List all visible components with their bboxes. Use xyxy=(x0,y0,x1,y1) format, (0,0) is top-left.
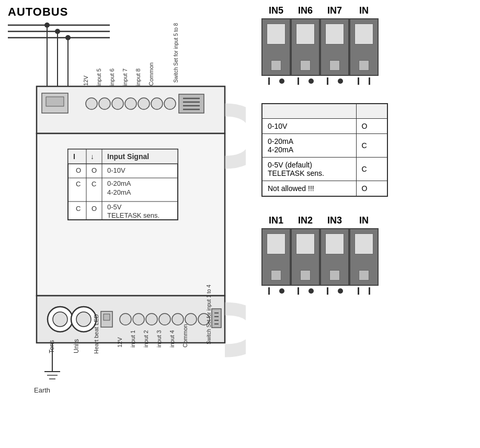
in7-slider-top xyxy=(325,24,344,44)
in2-dot xyxy=(308,288,314,294)
in8-pin-right xyxy=(369,77,370,85)
in5-slider-top xyxy=(267,24,285,44)
config-value-1: C xyxy=(356,133,387,157)
svg-text:res.: res. xyxy=(105,93,111,98)
top-switches-section: IN5 IN6 xyxy=(261,5,475,85)
config-value-2: C xyxy=(356,157,387,181)
in1-label: IN1 xyxy=(269,215,283,226)
svg-text:C: C xyxy=(92,180,96,188)
bottom-switches-section: IN1 IN2 xyxy=(261,215,475,295)
svg-text:input 7: input 7 xyxy=(122,69,128,86)
svg-text:Input Signal: Input Signal xyxy=(107,152,149,161)
in4-label: IN xyxy=(359,215,369,226)
autobus-label: AUTOBUS xyxy=(8,5,256,19)
in5-pins xyxy=(268,77,284,85)
svg-rect-12 xyxy=(37,86,225,133)
config-row-0: 0-10V O xyxy=(262,118,387,133)
svg-point-4 xyxy=(55,29,60,34)
switch-in6: IN6 xyxy=(291,5,320,85)
svg-point-62 xyxy=(198,313,210,325)
in1-slider-top xyxy=(267,233,285,254)
in4-slider-small xyxy=(359,270,369,281)
in3-pins xyxy=(327,287,343,295)
in2-slider-small xyxy=(300,270,311,281)
in1-pin-left xyxy=(268,287,270,295)
svg-text:0-10V: 0-10V xyxy=(107,166,125,174)
config-value-3: O xyxy=(356,181,387,196)
config-row-1: 0-20mA4-20mA C xyxy=(262,133,387,157)
svg-rect-63 xyxy=(212,309,221,328)
config-signal-1: 0-20mA4-20mA xyxy=(262,133,356,157)
config-signal-0: 0-10V xyxy=(262,118,356,133)
config-signal-3: Not allowed !!! xyxy=(262,181,356,196)
left-panel: AUTOBUS Term res. xyxy=(5,5,256,443)
svg-rect-54 xyxy=(101,311,112,327)
config-signal-2: 0-5V (default)TELETASK sens. xyxy=(262,157,356,181)
switch-in4: IN xyxy=(349,215,379,295)
svg-text:Common: Common xyxy=(182,324,188,348)
svg-text:input 5: input 5 xyxy=(96,69,102,86)
svg-text:Tens: Tens xyxy=(48,340,55,353)
svg-text:O: O xyxy=(76,166,81,174)
switch-in8: IN xyxy=(349,5,379,85)
svg-point-58 xyxy=(146,313,157,325)
svg-rect-28 xyxy=(68,149,178,220)
in5-slider-small xyxy=(271,60,281,71)
config-table-section: 0-10V O 0-20mA4-20mA C 0-5V (default)TEL… xyxy=(261,103,475,197)
svg-point-20 xyxy=(151,98,163,109)
in5-label: IN5 xyxy=(269,5,283,16)
svg-rect-13 xyxy=(42,93,68,113)
in6-body xyxy=(291,18,320,76)
svg-text:input 6: input 6 xyxy=(109,69,115,86)
in1-pins xyxy=(268,287,284,295)
in4-pin-left xyxy=(358,287,359,295)
right-panel: IN5 IN6 xyxy=(256,5,475,443)
in4-slider-top xyxy=(355,233,373,254)
svg-point-16 xyxy=(99,98,110,109)
in6-label: IN6 xyxy=(298,5,313,16)
svg-rect-9 xyxy=(102,86,123,101)
svg-rect-27 xyxy=(37,133,225,296)
in3-label: IN3 xyxy=(327,215,342,226)
in8-slider-top xyxy=(355,24,373,44)
config-row-3: Not allowed !!! O xyxy=(262,181,387,196)
svg-text:↓: ↓ xyxy=(90,152,94,161)
svg-text:C: C xyxy=(76,205,81,212)
main-container: AUTOBUS Term res. xyxy=(0,0,480,448)
in1-dot xyxy=(279,288,284,294)
svg-text:Term: Term xyxy=(105,88,114,93)
svg-point-50 xyxy=(48,307,73,332)
in3-dot xyxy=(338,288,343,294)
svg-text:input 2: input 2 xyxy=(143,330,149,348)
switch-in5: IN5 xyxy=(261,5,291,85)
svg-text:O: O xyxy=(92,166,97,174)
in7-pins xyxy=(327,77,343,85)
svg-text:input 3: input 3 xyxy=(156,330,162,348)
svg-point-61 xyxy=(185,313,197,325)
in5-body xyxy=(261,18,291,76)
svg-point-17 xyxy=(112,98,123,109)
config-header-value xyxy=(356,104,387,118)
svg-rect-22 xyxy=(179,94,204,113)
svg-text:input 4: input 4 xyxy=(169,330,175,348)
in4-pins xyxy=(358,287,370,295)
in3-body xyxy=(320,228,349,286)
svg-point-60 xyxy=(172,313,184,325)
in8-pin-left xyxy=(358,77,359,85)
svg-text:0-20mA: 0-20mA xyxy=(107,180,131,187)
svg-text:Common: Common xyxy=(148,62,154,86)
svg-point-21 xyxy=(164,98,176,109)
svg-point-19 xyxy=(138,98,150,109)
svg-point-56 xyxy=(120,313,131,325)
in2-pin-left xyxy=(298,287,299,295)
config-value-0: O xyxy=(356,118,387,133)
in1-slider-small xyxy=(271,270,281,281)
svg-point-52 xyxy=(71,307,96,332)
svg-point-3 xyxy=(44,23,50,28)
svg-text:Switch Set for input 5 to 8: Switch Set for input 5 to 8 xyxy=(173,23,179,83)
in2-label: IN2 xyxy=(298,215,313,226)
svg-rect-49 xyxy=(37,296,225,343)
switch-in7: IN7 xyxy=(320,5,349,85)
in8-slider-small xyxy=(359,60,369,71)
in1-body xyxy=(261,228,291,286)
